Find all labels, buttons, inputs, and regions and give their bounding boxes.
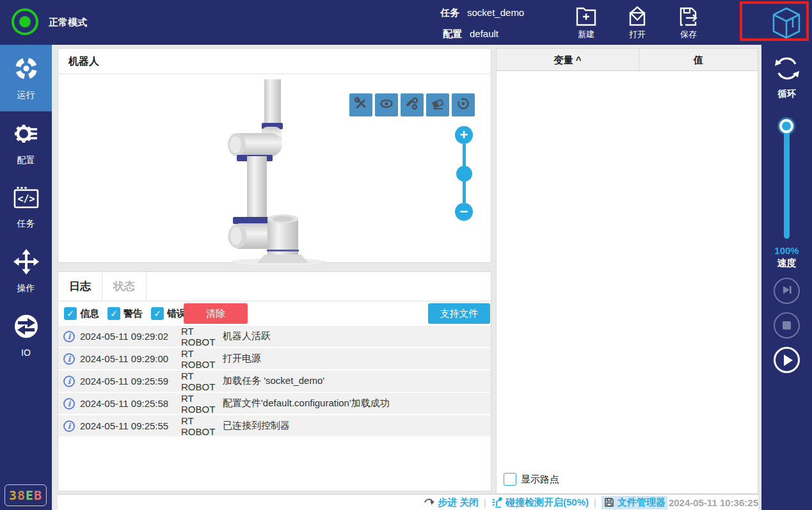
- log-time: 2024-05-11 09:29:00: [80, 353, 181, 364]
- task-label: 任务: [440, 7, 459, 18]
- collision-icon: [491, 497, 503, 508]
- log-entry[interactable]: i 2024-05-11 09:25:59 RT ROBOT 加载任务 'soc…: [58, 371, 491, 393]
- speed-readout: 100% 速度: [761, 244, 812, 269]
- config-label: 配置: [443, 28, 462, 39]
- stop-button[interactable]: [774, 312, 800, 339]
- loop-icon: [772, 74, 802, 85]
- stop-icon: [783, 321, 791, 330]
- save-task-label: 保存: [668, 29, 709, 40]
- sidebar-item-io[interactable]: IO: [0, 303, 52, 367]
- tools-button[interactable]: [349, 93, 372, 116]
- sidebar-item-label: 配置: [17, 155, 35, 166]
- show-waypoints-toggle[interactable]: 显示路点: [504, 473, 559, 486]
- checkbox-unchecked-icon[interactable]: [504, 473, 516, 486]
- skip-forward-icon: [781, 283, 793, 299]
- log-entry[interactable]: i 2024-05-11 09:29:02 RT ROBOT 机器人活跃: [58, 326, 491, 348]
- filter-warning-label: 警告: [123, 308, 143, 320]
- log-entry[interactable]: i 2024-05-11 09:29:00 RT ROBOT 打开电源: [58, 348, 491, 371]
- view-toolbar: [349, 93, 475, 116]
- sidebar-item-operate[interactable]: 操作: [0, 239, 52, 303]
- tab-log[interactable]: 日志: [58, 272, 102, 301]
- log-time: 2024-05-11 09:25:55: [80, 420, 181, 431]
- filter-info-label: 信息: [80, 308, 99, 320]
- log-entry[interactable]: i 2024-05-11 09:25:55 RT ROBOT 已连接到控制器: [58, 415, 491, 438]
- config-row: 配置default: [443, 28, 498, 40]
- checksum-badge: 3 8 E B: [4, 484, 47, 506]
- step-arrow-icon: [424, 497, 435, 508]
- reset-view-icon: [456, 97, 470, 113]
- support-files-button[interactable]: 支持文件: [428, 303, 490, 324]
- status-bar: 步进 关闭 | 碰撞检测开启(50%) | 文件管理器 2024-05-11 1…: [58, 494, 758, 510]
- svg-text:</>: </>: [17, 193, 35, 205]
- filter-warning[interactable]: ✓ 警告: [107, 307, 143, 320]
- log-source: RT ROBOT: [181, 415, 223, 437]
- collision-status[interactable]: 碰撞检测开启(50%): [491, 497, 589, 509]
- checkbox-checked-icon[interactable]: ✓: [151, 307, 164, 320]
- task-value: socket_demo: [467, 7, 524, 18]
- badge-char: 3: [9, 488, 17, 503]
- config-value: default: [470, 28, 498, 39]
- task-row: 任务socket_demo: [440, 7, 524, 19]
- play-button[interactable]: [774, 347, 800, 373]
- log-message: 已连接到控制器: [223, 420, 290, 432]
- file-manager-label: 文件管理器: [617, 497, 665, 509]
- collision-status-label: 碰撞检测开启(50%): [506, 497, 589, 509]
- sidebar-item-run[interactable]: 运行: [0, 45, 52, 111]
- info-icon: i: [63, 398, 75, 410]
- open-task-label: 打开: [617, 29, 658, 40]
- info-icon: i: [63, 331, 75, 342]
- log-entry[interactable]: i 2024-05-11 09:25:58 RT ROBOT 配置文件'defa…: [58, 393, 491, 415]
- waypoint-path-icon: [405, 97, 419, 113]
- sidebar-item-config[interactable]: 配置: [0, 111, 52, 175]
- reset-view-button[interactable]: [452, 93, 475, 116]
- badge-char: B: [34, 488, 42, 503]
- path-button[interactable]: [401, 93, 424, 116]
- speed-label: 速度: [761, 257, 812, 269]
- file-manager-button[interactable]: 文件管理器: [601, 496, 667, 509]
- log-message: 加载任务 'socket_demo': [223, 375, 324, 387]
- zoom-out-button[interactable]: −: [455, 203, 473, 221]
- zoom-in-button[interactable]: +: [455, 126, 473, 144]
- tab-status[interactable]: 状态: [102, 272, 147, 301]
- open-task-button[interactable]: 打开: [617, 5, 658, 40]
- log-time: 2024-05-11 09:29:02: [80, 331, 181, 342]
- robot-3d-view[interactable]: [226, 79, 326, 267]
- show-waypoints-label: 显示路点: [521, 474, 559, 486]
- application-window: 正常模式 任务socket_demo 配置default 新建 打开 保存: [0, 0, 812, 510]
- speed-slider-thumb[interactable]: [779, 119, 793, 133]
- robot-panel-title: 机器人: [58, 49, 491, 74]
- new-task-button[interactable]: 新建: [566, 5, 607, 40]
- save-task-button[interactable]: 保存: [668, 5, 709, 40]
- speed-percent: 100%: [761, 244, 812, 257]
- info-icon: i: [63, 353, 75, 365]
- column-variable[interactable]: 变量 ^: [497, 49, 639, 70]
- filter-info[interactable]: ✓ 信息: [64, 307, 99, 320]
- log-source: RT ROBOT: [181, 393, 223, 415]
- speed-slider-track[interactable]: [784, 122, 790, 239]
- settings-gear-icon: [13, 120, 40, 150]
- step-forward-button[interactable]: [774, 278, 800, 304]
- clear-log-button[interactable]: 清除: [184, 303, 248, 324]
- top-bar: 正常模式 任务socket_demo 配置default 新建 打开 保存: [0, 0, 812, 45]
- checkbox-checked-icon[interactable]: ✓: [107, 307, 120, 320]
- loop-toggle[interactable]: 循环: [761, 54, 812, 100]
- run-icon: [13, 55, 40, 84]
- log-tab-row: 日志 状态: [58, 272, 491, 301]
- info-icon: i: [63, 376, 75, 387]
- visibility-button[interactable]: [375, 93, 398, 116]
- eraser-button[interactable]: [426, 93, 449, 116]
- log-source: RT ROBOT: [181, 348, 223, 370]
- step-mode-status[interactable]: 步进 关闭: [424, 497, 479, 509]
- sidebar-item-task[interactable]: </> 任务: [0, 175, 52, 239]
- robot-status-indicator: [12, 8, 38, 35]
- info-icon: i: [63, 420, 75, 432]
- new-task-label: 新建: [566, 29, 607, 40]
- eraser-icon: [431, 97, 445, 113]
- clock-timestamp: 2024-05-11 10:36:25: [669, 497, 758, 508]
- log-time: 2024-05-11 09:25:58: [80, 398, 181, 409]
- checkbox-checked-icon[interactable]: ✓: [64, 307, 77, 320]
- code-window-icon: </>: [12, 185, 40, 213]
- filter-error[interactable]: ✓ 错误: [151, 307, 186, 320]
- file-manager-icon: [603, 497, 615, 508]
- view-zoom-thumb[interactable]: [456, 166, 472, 182]
